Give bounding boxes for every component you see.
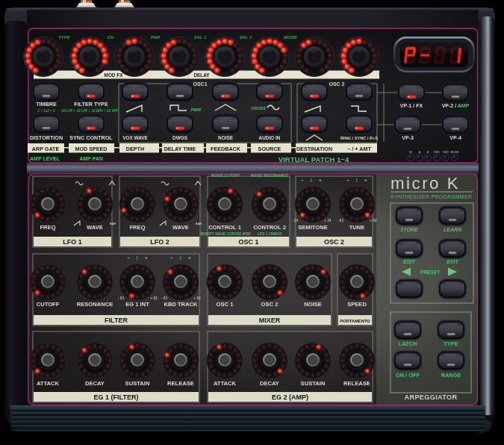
svg-text:OSC 2: OSC 2 — [329, 81, 344, 87]
svg-text:OSC1: OSC1 — [193, 81, 207, 87]
svg-text:MODE: MODE — [451, 151, 459, 154]
svg-text:PWM: PWM — [190, 108, 201, 112]
svg-text:RESONANCE: RESONANCE — [77, 301, 113, 308]
svg-text:VOX WAVE: VOX WAVE — [122, 135, 148, 140]
svg-text:ON / OFF: ON / OFF — [396, 372, 420, 379]
svg-text:NOISE CUTOFF: NOISE CUTOFF — [211, 173, 240, 178]
svg-text:EG 1 INT: EG 1 INT — [125, 301, 149, 308]
svg-text:MODE: MODE — [284, 35, 298, 40]
svg-text:micro K: micro K — [391, 174, 460, 193]
svg-text:STORE: STORE — [400, 227, 418, 232]
svg-text:TYPE: TYPE — [444, 340, 458, 347]
svg-text:MOD FX: MOD FX — [105, 72, 124, 78]
svg-text:EG 1 (FILTER): EG 1 (FILTER) — [94, 393, 139, 401]
svg-text:EG 2 (AMP): EG 2 (AMP) — [272, 393, 308, 401]
svg-text:EDIT: EDIT — [403, 259, 416, 264]
svg-text:RELEASE: RELEASE — [343, 380, 370, 387]
svg-text:TUNE: TUNE — [349, 224, 365, 231]
svg-text:DEPTH: DEPTH — [126, 146, 144, 152]
svg-text:FEEDBACK: FEEDBACK — [211, 146, 241, 152]
svg-text:OSC 2: OSC 2 — [324, 238, 344, 246]
svg-text:NOISE: NOISE — [218, 135, 234, 140]
svg-text:NOISE: NOISE — [304, 301, 322, 308]
svg-text:DELAY: DELAY — [193, 72, 210, 78]
svg-text:VIRTUAL PATCH 1−4: VIRTUAL PATCH 1−4 — [279, 155, 349, 164]
svg-text:|: | — [180, 255, 181, 260]
svg-text:LFO 2: LFO 2 — [150, 238, 169, 246]
svg-text:− / + AMT: − / + AMT — [347, 146, 371, 152]
svg-text:- 63: - 63 — [161, 296, 167, 300]
svg-text:AUDIO IN: AUDIO IN — [259, 135, 281, 140]
svg-text:KBD TRACK: KBD TRACK — [164, 301, 198, 308]
svg-text:+ 63: + 63 — [193, 296, 201, 300]
svg-text:CUTOFF: CUTOFF — [37, 301, 60, 308]
svg-text:SUSTAIN: SUSTAIN — [125, 380, 150, 387]
svg-text:PORTAMENTO: PORTAMENTO — [340, 319, 370, 323]
svg-text:- 63: - 63 — [337, 219, 343, 222]
svg-text:S&H: S&H — [196, 222, 202, 225]
svg-text:VP-2 / AMP: VP-2 / AMP — [442, 103, 470, 108]
svg-text:RANGE: RANGE — [441, 372, 461, 379]
svg-text:SPEED: SPEED — [347, 301, 367, 308]
svg-text:LFO 1: LFO 1 — [63, 238, 82, 246]
svg-text:OSC 2: OSC 2 — [261, 301, 279, 308]
svg-text:DESTINATION: DESTINATION — [296, 146, 332, 152]
svg-text:DWGS: DWGS — [172, 135, 188, 140]
svg-text:|: | — [356, 178, 357, 182]
svg-text:1 = 1x2 = 2: 1 = 1x2 = 2 — [37, 109, 55, 113]
svg-text:NOISE RESONANCE: NOISE RESONANCE — [251, 173, 289, 178]
svg-text:WAVE: WAVE — [87, 224, 103, 231]
svg-text:TIMBRE: TIMBRE — [36, 101, 57, 108]
svg-text:|: | — [137, 255, 137, 260]
svg-text:+ 63: + 63 — [150, 296, 158, 300]
svg-text:RELEASE: RELEASE — [167, 380, 194, 387]
svg-text:FILTER: FILTER — [105, 317, 128, 324]
svg-text:SOURCE: SOURCE — [258, 146, 281, 152]
svg-text:DECAY: DECAY — [260, 380, 279, 387]
svg-text:SYNTHESIZER PROGRAMMER: SYNTHESIZER PROGRAMMER — [391, 194, 472, 199]
svg-text:-24 LPF / -12 LPF / -12 BPF /: -24 LPF / -12 LPF / -12 BPF / -12 HPF — [60, 109, 119, 113]
svg-text:VAL 2: VAL 2 — [240, 35, 252, 40]
svg-text:FREQ: FREQ — [40, 224, 55, 231]
svg-text:FILTER TYPE: FILTER TYPE — [74, 101, 108, 108]
svg-text:|: | — [311, 178, 311, 182]
svg-text:WAVE: WAVE — [172, 224, 189, 231]
svg-text:MODIFY WAVE / CROSS MOD: MODIFY WAVE / CROSS MOD — [200, 232, 251, 236]
svg-text:SW1: SW1 — [434, 151, 440, 154]
svg-text:VP-4: VP-4 — [449, 135, 461, 140]
svg-text:MOD SPEED: MOD SPEED — [75, 146, 107, 152]
svg-text:EXIT: EXIT — [447, 259, 458, 264]
svg-text:VP-3: VP-3 — [402, 135, 414, 140]
svg-text:OSC 1: OSC 1 — [238, 238, 258, 246]
svg-text:AMP LEVEL: AMP LEVEL — [30, 156, 60, 161]
svg-text:VP-1 / FX: VP-1 / FX — [400, 103, 423, 108]
svg-text:MIXER: MIXER — [259, 317, 281, 324]
svg-text:DECAY: DECAY — [85, 380, 105, 387]
svg-text:+ 24: + 24 — [324, 219, 332, 222]
svg-text:CROSS: CROSS — [251, 106, 266, 111]
svg-text:IN: IN — [409, 151, 412, 154]
svg-text:SW2: SW2 — [443, 151, 449, 154]
svg-text:+ 63: + 63 — [370, 219, 377, 222]
svg-text:CH: CH — [108, 35, 114, 40]
svg-text:VAL 1: VAL 1 — [194, 35, 207, 40]
svg-text:LATCH: LATCH — [399, 340, 417, 347]
svg-text:ATTACK: ATTACK — [214, 380, 237, 387]
svg-text:ATTACK: ATTACK — [37, 380, 60, 387]
svg-text:OSC 1: OSC 1 — [217, 301, 234, 308]
svg-text:DELAY TIME: DELAY TIME — [164, 146, 196, 152]
svg-text:ARPEGGIATOR: ARPEGGIATOR — [405, 393, 458, 401]
svg-text:SYNC CONTROL: SYNC CONTROL — [69, 134, 113, 141]
svg-text:FREQ: FREQ — [129, 224, 145, 231]
svg-text:SEMITONE: SEMITONE — [298, 224, 328, 231]
svg-text:- 24: - 24 — [292, 219, 298, 222]
svg-text:PAR: PAR — [151, 35, 161, 40]
svg-text:TYPE: TYPE — [58, 35, 71, 40]
svg-text:PRESET: PRESET — [420, 270, 441, 275]
svg-text:CONTROL 2: CONTROL 2 — [253, 224, 286, 231]
svg-text:S&H: S&H — [110, 222, 116, 225]
svg-text:LFO 1 / DWGS: LFO 1 / DWGS — [258, 232, 282, 236]
svg-text:RING / SYNC / R+S: RING / SYNC / R+S — [340, 136, 378, 140]
svg-text:- 63: - 63 — [118, 296, 124, 300]
svg-text:LEARN: LEARN — [444, 227, 462, 232]
